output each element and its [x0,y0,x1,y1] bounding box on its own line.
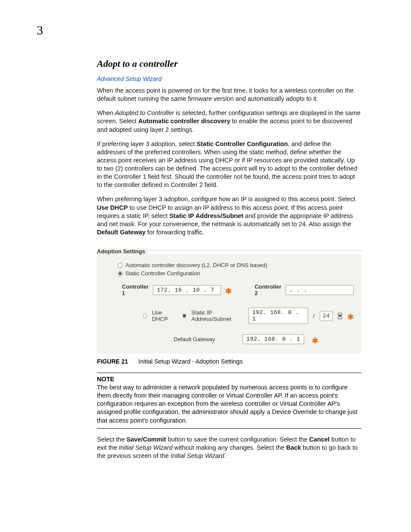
text: button to save the current configuration… [166,436,309,443]
radio-static-config[interactable]: Static Controller Configuration [118,270,354,277]
bold-text: Save/Commit [127,436,166,443]
text: , and define the addresses of the prefer… [97,140,357,189]
page: 3 Adopt to a controller Advanced Setup W… [0,0,411,532]
note-block: NOTE The best way to administer a networ… [97,373,361,429]
default-gateway-label: Default Gateway [174,336,215,342]
paragraph-4: When preferring layer 3 adoption, config… [97,195,361,236]
chapter-number: 3 [37,24,43,37]
breadcrumb: Advanced Setup Wizard [97,75,361,82]
panel-legend: Adoption Settings [97,248,149,255]
required-star-icon: ✱ [312,336,318,345]
text: When preferring layer 3 adoption, config… [97,196,355,202]
italic-text: Initial Setup Wizard [119,444,173,451]
note-title: NOTE [97,376,361,383]
controller-1-input[interactable]: 172. 16 . 10 . 7 [153,285,221,295]
panel-body: Automatic controller discovery (L2, DHCP… [97,254,361,354]
bold-text: Static IP Address/Subnet [169,212,243,219]
italic-text: Adopted to Controller [115,109,174,116]
controller-2-input[interactable]: . . . [286,285,354,295]
bold-text: Default Gateway [97,229,146,236]
chevron-down-icon[interactable] [338,313,342,319]
figure-number: FIGURE 21 [97,358,128,365]
radio-icon [183,313,186,318]
section-title: Adopt to a controller [97,58,361,69]
use-dhcp-label[interactable]: Use DHCP [152,309,168,322]
text: Select the [97,436,127,443]
radio-icon [118,263,123,268]
required-star-icon: ✱ [225,286,232,296]
content-area: Adopt to a controller Advanced Setup Wiz… [97,26,361,460]
figure-caption: FIGURE 21Initial Setup Wizard - Adoption… [97,358,361,365]
bold-text: Automatic controller discovery [138,118,230,124]
static-ip-label[interactable]: Static IP Address/Subnet [191,309,231,322]
radio-icon [143,313,147,318]
controller-row: Controller 1 172. 16 . 10 . 7 ✱ Controll… [122,283,354,296]
netmask-input[interactable]: 24 [320,311,333,321]
required-star-icon: ✱ [347,312,354,322]
text: If preferring layer 3 adoption, select [97,140,196,147]
bold-text: Use DHCP [97,204,128,211]
paragraph-5: Select the Save/Commit button to save th… [97,436,361,460]
text: . [224,452,226,459]
bold-text: Cancel [309,436,330,443]
figure-title: Initial Setup Wizard - Adoption Settings [138,358,243,365]
bold-text: Back [286,444,301,451]
ip-mode-row: Use DHCP Static IP Address/Subnet 192. 1… [143,308,354,324]
controller-1-label: Controller 1 [122,283,149,296]
default-gateway-input[interactable]: 192. 168. 0 . 1 [243,334,304,344]
radio-icon [118,271,123,276]
adoption-settings-panel: Adoption Settings Automatic controller d… [97,243,361,354]
text: without making any changes. Select the [173,444,286,451]
static-ip-input[interactable]: 192. 168. 0 . 1 [249,308,308,324]
text: When [97,109,115,116]
controller-2-label: Controller 2 [255,283,281,296]
radio-auto-discovery[interactable]: Automatic controller discovery (L2, DHCP… [118,262,354,268]
paragraph-3: If preferring layer 3 adoption, select S… [97,140,361,190]
text: for forwarding traffic. [146,229,204,236]
paragraph-1: When the access point is powered on for … [97,87,361,103]
paragraph-2: When Adopted to Controller is selected, … [97,109,361,134]
radio-label: Automatic controller discovery (L2, DHCP… [125,262,267,268]
note-body: The best way to administer a network pop… [97,383,361,425]
radio-label: Static Controller Configuration [125,270,200,277]
italic-text: Initial Setup Wizard [171,452,224,459]
default-gateway-row: Default Gateway 192. 168. 0 . 1 ✱ [174,334,354,344]
slash: / [313,313,315,319]
bold-text: Static Controller Configuration [196,140,288,147]
